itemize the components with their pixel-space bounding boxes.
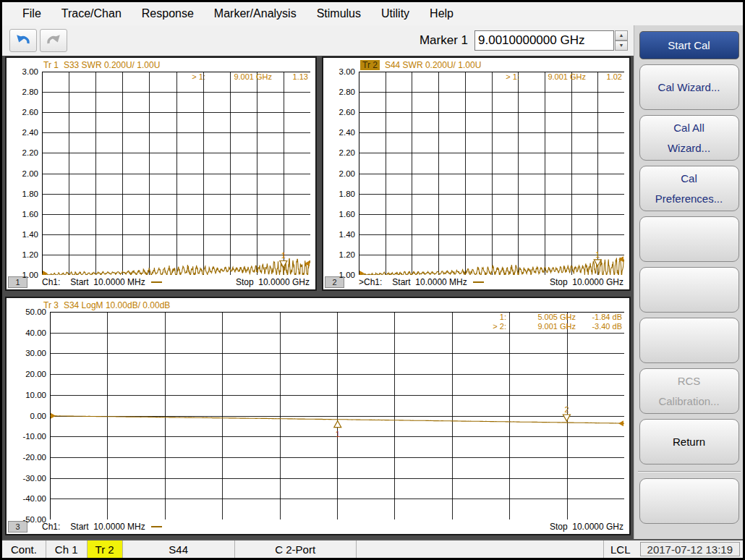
status-c-2-port: C 2-Port: [235, 540, 357, 558]
y-tick: 2.80: [339, 88, 355, 96]
y-tick: 1.00: [339, 271, 355, 279]
softkey-start-cal[interactable]: Start Cal: [639, 31, 739, 59]
y-tick: 1.20: [339, 250, 355, 259]
menu-item-response[interactable]: Response: [132, 4, 204, 24]
marker-readout-freq: 9.001 GHz: [205, 72, 272, 82]
stepper-down-button[interactable]: ▼: [615, 41, 628, 51]
marker-readout-freq: 9.001 GHz: [519, 72, 586, 82]
window3-plot-area[interactable]: 12 1:5.005 GHz-1.84 dB> 2:9.001 GHz-3.40…: [50, 312, 624, 519]
window2-header: Tr 2 S44 SWR 0.200U/ 1.00U: [323, 58, 629, 72]
marker-readout-val: 1.13: [272, 72, 308, 82]
window2-start-label: Start 10.0000 MHz: [392, 277, 467, 287]
trace-window-1: Tr 1 S33 SWR 0.200U/ 1.00U 3.002.802.602…: [5, 56, 317, 291]
window1-plot-area[interactable]: 1 > 1:9.001 GHz1.13: [42, 72, 310, 275]
y-tick: 1.00: [22, 271, 38, 279]
trace1-chip[interactable]: Tr 1: [43, 60, 59, 70]
s44-swr-trace-svg: 1: [359, 72, 624, 275]
marker-readout-sel: > 2:: [477, 322, 506, 331]
y-tick: 2.60: [22, 108, 38, 116]
trace-window-3: Tr 3 S34 LogM 10.00dB/ 0.00dB 50.0040.00…: [5, 297, 631, 535]
window3-body: 50.0040.0030.0020.0010.000.00-10.00-20.0…: [7, 312, 629, 519]
svg-text:1: 1: [336, 430, 340, 438]
softkey-empty-6: [639, 318, 739, 363]
mid-row: Marker 1 ▲ ▼ Tr 1 S33 SWR 0.200U/ 1.00U: [2, 25, 743, 539]
status-s44: S44: [123, 540, 235, 558]
status-datetime: 2017-07-12 13:19: [640, 542, 740, 556]
y-tick: 2.80: [22, 88, 38, 96]
marker-readout-freq: 5.005 GHz: [506, 313, 576, 322]
window1-footer: 1 Ch1: Start 10.0000 MHz Stop 10.0000 GH…: [7, 275, 315, 289]
marker-frequency-input[interactable]: [474, 30, 614, 51]
y-tick: -40.00: [22, 494, 46, 503]
trace3-title: S34 LogM 10.00dB/ 0.00dB: [64, 300, 170, 310]
trace2-title: S44 SWR 0.200U/ 1.00U: [385, 60, 481, 70]
window1-channel-label: Ch1:: [42, 277, 60, 287]
y-tick: 2.20: [339, 148, 355, 157]
menu-item-utility[interactable]: Utility: [371, 4, 420, 24]
window3-header: Tr 3 S34 LogM 10.00dB/ 0.00dB: [7, 298, 629, 312]
trace1-legend-dash: [151, 281, 162, 283]
menu-item-stimulus[interactable]: Stimulus: [307, 4, 371, 24]
undo-button[interactable]: [9, 29, 37, 52]
y-tick: -20.00: [22, 453, 46, 462]
softkey-cal-all-wizard[interactable]: Cal All Wizard...: [639, 115, 739, 161]
window1-y-axis: 3.002.802.602.402.202.001.801.601.401.20…: [7, 72, 42, 275]
marker-readout-freq: 9.001 GHz: [506, 322, 576, 331]
window2-plot-area[interactable]: 1 > 1:9.001 GHz1.02: [359, 72, 624, 275]
window3-marker-readout: 1:5.005 GHz-1.84 dB> 2:9.001 GHz-3.40 dB: [477, 313, 622, 331]
window1-header: Tr 1 S33 SWR 0.200U/ 1.00U: [7, 58, 315, 72]
s34-logm-trace-svg: 12: [50, 312, 624, 519]
y-tick: 3.00: [339, 67, 355, 76]
status-spacer: [357, 540, 604, 558]
y-tick: 1.60: [339, 210, 355, 219]
menu-item-trace-chan[interactable]: Trace/Chan: [51, 4, 132, 24]
trace2-chip[interactable]: Tr 2: [360, 60, 380, 70]
window3-start-label: Start 10.0000 MHz: [70, 522, 145, 532]
window2-marker-readout: > 1:9.001 GHz1.02: [492, 72, 622, 82]
trace3-legend-dash: [151, 526, 162, 527]
window2-channel-label: >Ch1:: [359, 277, 382, 287]
redo-button: [40, 29, 67, 52]
window1-start-label: Start 10.0000 MHz: [70, 277, 145, 287]
y-tick: 20.00: [25, 370, 46, 378]
marker-readout-sel: > 1:: [492, 72, 519, 82]
marker-readout-val: -3.40 dB: [576, 322, 622, 331]
y-tick: 1.80: [22, 190, 38, 198]
window1-stop-label: Stop 10.0000 GHz: [236, 277, 310, 287]
stepper-up-button[interactable]: ▲: [615, 30, 628, 41]
top-window-row: Tr 1 S33 SWR 0.200U/ 1.00U 3.002.802.602…: [5, 56, 631, 291]
undo-icon: [14, 32, 32, 49]
marker-readout-sel: > 1:: [178, 72, 205, 82]
softkey-empty-4: [639, 216, 739, 262]
y-tick: 2.40: [22, 128, 38, 137]
y-tick: 1.40: [22, 230, 38, 239]
y-tick: 50.00: [25, 307, 46, 316]
menu-item-marker-analysis[interactable]: Marker/Analysis: [204, 4, 307, 24]
vna-application-window: FileTrace/ChanResponseMarker/AnalysisSti…: [0, 0, 745, 560]
marker-readout-val: 1.02: [586, 72, 622, 82]
softkey-cal-preferences[interactable]: Cal Preferences...: [639, 166, 739, 211]
softkey-empty-5: [639, 267, 739, 313]
marker-1-label: Marker 1: [420, 33, 468, 48]
softkey-return[interactable]: Return: [639, 419, 739, 464]
y-tick: 2.60: [339, 108, 355, 116]
window3-stop-label: Stop 10.0000 GHz: [550, 522, 623, 532]
y-tick: -10.00: [22, 432, 46, 441]
menu-item-file[interactable]: File: [12, 4, 51, 24]
menu-item-help[interactable]: Help: [420, 4, 464, 24]
svg-text:1: 1: [281, 251, 286, 260]
window2-body: 3.002.802.602.402.202.001.801.601.401.20…: [323, 72, 629, 275]
bottom-window-row: Tr 3 S34 LogM 10.00dB/ 0.00dB 50.0040.00…: [5, 297, 631, 535]
y-tick: -30.00: [22, 474, 46, 483]
svg-text:1: 1: [595, 250, 600, 259]
plot-zone: Tr 1 S33 SWR 0.200U/ 1.00U 3.002.802.602…: [2, 56, 634, 539]
toolbar: Marker 1 ▲ ▼: [2, 25, 634, 56]
y-tick: 2.00: [22, 169, 38, 178]
y-tick: 2.20: [22, 148, 38, 157]
y-tick: 3.00: [22, 67, 38, 76]
y-tick: 1.40: [339, 230, 355, 239]
marker-readout-val: -1.84 dB: [576, 313, 622, 322]
window2-y-axis: 3.002.802.602.402.202.001.801.601.401.20…: [323, 72, 359, 275]
window3-footer: 3 Ch1: Start 10.0000 MHz Stop 10.0000 GH…: [7, 519, 629, 534]
softkey-cal-wizard[interactable]: Cal Wizard...: [639, 64, 739, 110]
